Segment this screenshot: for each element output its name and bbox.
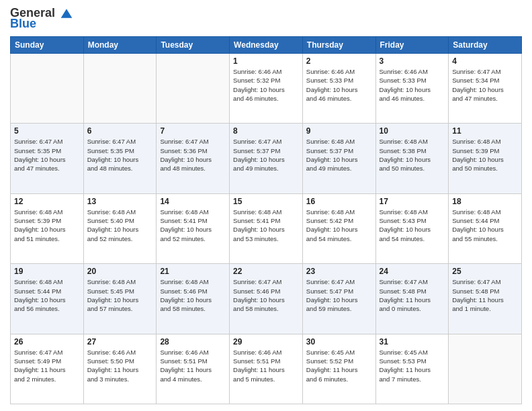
day-info: Sunrise: 6:48 AMSunset: 5:39 PMDaylight:… — [452, 137, 518, 173]
calendar-cell: 31Sunrise: 6:45 AMSunset: 5:53 PMDayligh… — [375, 334, 449, 404]
day-info: Sunrise: 6:46 AMSunset: 5:51 PMDaylight:… — [233, 348, 299, 383]
day-number: 4 — [452, 56, 518, 66]
weekday-header-monday: Monday — [83, 37, 157, 54]
day-info: Sunrise: 6:48 AMSunset: 5:46 PMDaylight:… — [160, 277, 226, 313]
day-number: 14 — [160, 197, 226, 206]
day-info: Sunrise: 6:48 AMSunset: 5:38 PMDaylight:… — [380, 137, 445, 173]
calendar-cell: 28Sunrise: 6:46 AMSunset: 5:51 PMDayligh… — [157, 334, 230, 404]
weekday-header-sunday: Sunday — [11, 37, 84, 54]
calendar-cell: 23Sunrise: 6:47 AMSunset: 5:47 PMDayligh… — [302, 264, 375, 334]
day-info: Sunrise: 6:47 AMSunset: 5:47 PMDaylight:… — [306, 277, 372, 313]
day-number: 10 — [380, 126, 445, 136]
day-info: Sunrise: 6:48 AMSunset: 5:39 PMDaylight:… — [14, 208, 80, 243]
calendar-cell: 13Sunrise: 6:48 AMSunset: 5:40 PMDayligh… — [83, 193, 157, 263]
day-number: 23 — [306, 267, 372, 276]
calendar-cell: 6Sunrise: 6:47 AMSunset: 5:35 PMDaylight… — [83, 124, 157, 193]
calendar-cell: 12Sunrise: 6:48 AMSunset: 5:39 PMDayligh… — [11, 193, 84, 263]
calendar-cell: 15Sunrise: 6:48 AMSunset: 5:41 PMDayligh… — [230, 193, 303, 263]
day-info: Sunrise: 6:47 AMSunset: 5:37 PMDaylight:… — [233, 137, 299, 173]
day-number: 6 — [87, 126, 153, 136]
calendar-page: General Blue SundayMondayTuesdayWednesda… — [0, 0, 532, 411]
day-number: 1 — [233, 56, 299, 66]
day-number: 7 — [160, 126, 226, 136]
day-number: 27 — [87, 337, 153, 347]
day-number: 22 — [233, 267, 299, 276]
day-info: Sunrise: 6:48 AMSunset: 5:41 PMDaylight:… — [233, 208, 299, 243]
day-info: Sunrise: 6:46 AMSunset: 5:50 PMDaylight:… — [87, 348, 153, 383]
weekday-header-thursday: Thursday — [302, 37, 375, 54]
day-info: Sunrise: 6:48 AMSunset: 5:40 PMDaylight:… — [87, 208, 153, 243]
day-number: 18 — [452, 197, 518, 206]
day-number: 9 — [306, 126, 372, 136]
day-number: 24 — [380, 267, 445, 276]
calendar-table: SundayMondayTuesdayWednesdayThursdayFrid… — [10, 36, 522, 404]
calendar-cell — [11, 54, 84, 124]
calendar-cell: 17Sunrise: 6:48 AMSunset: 5:43 PMDayligh… — [375, 193, 449, 263]
day-number: 5 — [14, 126, 80, 136]
day-info: Sunrise: 6:46 AMSunset: 5:33 PMDaylight:… — [306, 67, 372, 103]
day-number: 31 — [380, 337, 445, 347]
day-number: 3 — [380, 56, 445, 66]
calendar-week-5: 26Sunrise: 6:47 AMSunset: 5:49 PMDayligh… — [11, 334, 522, 404]
day-info: Sunrise: 6:48 AMSunset: 5:42 PMDaylight:… — [306, 208, 372, 243]
weekday-header-tuesday: Tuesday — [157, 37, 230, 54]
day-number: 30 — [306, 337, 372, 347]
calendar-cell: 27Sunrise: 6:46 AMSunset: 5:50 PMDayligh… — [83, 334, 157, 404]
logo: General Blue — [10, 7, 73, 31]
calendar-cell: 5Sunrise: 6:47 AMSunset: 5:35 PMDaylight… — [11, 124, 84, 193]
calendar-week-2: 5Sunrise: 6:47 AMSunset: 5:35 PMDaylight… — [11, 124, 522, 193]
calendar-cell: 3Sunrise: 6:46 AMSunset: 5:33 PMDaylight… — [375, 54, 449, 124]
day-number: 8 — [233, 126, 299, 136]
day-number: 26 — [14, 337, 80, 347]
day-info: Sunrise: 6:45 AMSunset: 5:52 PMDaylight:… — [306, 348, 372, 383]
calendar-cell: 16Sunrise: 6:48 AMSunset: 5:42 PMDayligh… — [302, 193, 375, 263]
calendar-cell: 1Sunrise: 6:46 AMSunset: 5:32 PMDaylight… — [230, 54, 303, 124]
day-number: 13 — [87, 197, 153, 206]
calendar-cell: 20Sunrise: 6:48 AMSunset: 5:45 PMDayligh… — [83, 264, 157, 334]
weekday-header-friday: Friday — [375, 37, 449, 54]
day-info: Sunrise: 6:47 AMSunset: 5:48 PMDaylight:… — [380, 277, 445, 313]
day-number: 25 — [452, 267, 518, 276]
calendar-cell: 10Sunrise: 6:48 AMSunset: 5:38 PMDayligh… — [375, 124, 449, 193]
calendar-cell: 25Sunrise: 6:47 AMSunset: 5:48 PMDayligh… — [449, 264, 522, 334]
day-number: 29 — [233, 337, 299, 347]
calendar-cell: 30Sunrise: 6:45 AMSunset: 5:52 PMDayligh… — [302, 334, 375, 404]
day-info: Sunrise: 6:47 AMSunset: 5:49 PMDaylight:… — [14, 348, 80, 383]
day-info: Sunrise: 6:48 AMSunset: 5:45 PMDaylight:… — [87, 277, 153, 313]
calendar-cell: 21Sunrise: 6:48 AMSunset: 5:46 PMDayligh… — [157, 264, 230, 334]
calendar-cell: 7Sunrise: 6:47 AMSunset: 5:36 PMDaylight… — [157, 124, 230, 193]
calendar-cell — [83, 54, 157, 124]
day-number: 16 — [306, 197, 372, 206]
day-info: Sunrise: 6:47 AMSunset: 5:34 PMDaylight:… — [452, 67, 518, 103]
calendar-cell — [157, 54, 230, 124]
header: General Blue — [10, 7, 522, 31]
logo-icon — [60, 7, 73, 20]
day-number: 15 — [233, 197, 299, 206]
day-info: Sunrise: 6:48 AMSunset: 5:37 PMDaylight:… — [306, 137, 372, 173]
day-number: 21 — [160, 267, 226, 276]
day-info: Sunrise: 6:48 AMSunset: 5:41 PMDaylight:… — [160, 208, 226, 243]
logo-blue-text: Blue — [10, 17, 36, 30]
day-info: Sunrise: 6:46 AMSunset: 5:51 PMDaylight:… — [160, 348, 226, 383]
weekday-header-row: SundayMondayTuesdayWednesdayThursdayFrid… — [11, 37, 522, 54]
day-info: Sunrise: 6:48 AMSunset: 5:44 PMDaylight:… — [14, 277, 80, 313]
day-number: 28 — [160, 337, 226, 347]
calendar-cell: 18Sunrise: 6:48 AMSunset: 5:44 PMDayligh… — [449, 193, 522, 263]
day-info: Sunrise: 6:47 AMSunset: 5:35 PMDaylight:… — [14, 137, 80, 173]
calendar-cell: 24Sunrise: 6:47 AMSunset: 5:48 PMDayligh… — [375, 264, 449, 334]
day-number: 20 — [87, 267, 153, 276]
calendar-cell: 22Sunrise: 6:47 AMSunset: 5:46 PMDayligh… — [230, 264, 303, 334]
calendar-cell — [449, 334, 522, 404]
day-number: 17 — [380, 197, 445, 206]
day-info: Sunrise: 6:48 AMSunset: 5:44 PMDaylight:… — [452, 208, 518, 243]
day-info: Sunrise: 6:47 AMSunset: 5:36 PMDaylight:… — [160, 137, 226, 173]
day-info: Sunrise: 6:47 AMSunset: 5:46 PMDaylight:… — [233, 277, 299, 313]
day-info: Sunrise: 6:47 AMSunset: 5:48 PMDaylight:… — [452, 277, 518, 313]
day-number: 19 — [14, 267, 80, 276]
calendar-week-3: 12Sunrise: 6:48 AMSunset: 5:39 PMDayligh… — [11, 193, 522, 263]
weekday-header-saturday: Saturday — [449, 37, 522, 54]
day-number: 2 — [306, 56, 372, 66]
day-number: 12 — [14, 197, 80, 206]
calendar-cell: 9Sunrise: 6:48 AMSunset: 5:37 PMDaylight… — [302, 124, 375, 193]
calendar-cell: 14Sunrise: 6:48 AMSunset: 5:41 PMDayligh… — [157, 193, 230, 263]
